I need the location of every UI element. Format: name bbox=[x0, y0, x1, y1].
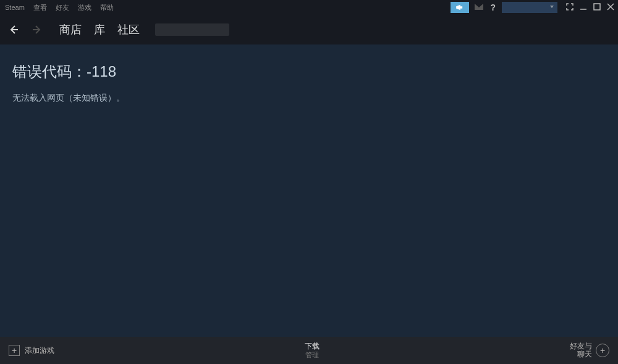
error-code-heading: 错误代码：-118 bbox=[12, 62, 606, 82]
menubar-right: ? bbox=[451, 0, 614, 15]
svg-rect-0 bbox=[594, 4, 600, 10]
error-message-text: 无法载入网页（未知错误）。 bbox=[12, 93, 606, 104]
fullscreen-button[interactable] bbox=[566, 3, 574, 12]
menu-steam[interactable]: Steam bbox=[5, 4, 25, 11]
chevron-down-icon bbox=[550, 6, 554, 8]
fullscreen-icon bbox=[566, 3, 574, 11]
content-area: 错误代码：-118 无法载入网页（未知错误）。 bbox=[0, 44, 618, 337]
menu-friends[interactable]: 好友 bbox=[56, 3, 69, 12]
minimize-icon bbox=[580, 3, 587, 11]
menu-view[interactable]: 查看 bbox=[33, 3, 47, 12]
nav-back-button[interactable] bbox=[6, 22, 21, 37]
arrow-left-icon bbox=[9, 25, 19, 35]
nav-tab-library[interactable]: 库 bbox=[94, 22, 105, 37]
announcement-button[interactable] bbox=[451, 2, 469, 13]
menubar-left: Steam 查看 好友 游戏 帮助 bbox=[5, 3, 114, 12]
downloads-label: 下载 bbox=[305, 342, 320, 350]
nav-forward-button[interactable] bbox=[30, 22, 44, 37]
menu-help[interactable]: 帮助 bbox=[100, 3, 114, 12]
friends-chat-button[interactable]: 好友与 聊天 + bbox=[570, 342, 609, 358]
friends-chat-label: 好友与 聊天 bbox=[570, 342, 592, 358]
user-dropdown[interactable] bbox=[502, 2, 557, 13]
help-button[interactable]: ? bbox=[489, 2, 497, 12]
megaphone-icon bbox=[455, 4, 464, 11]
nav-tab-community[interactable]: 社区 bbox=[117, 22, 140, 37]
plus-icon: + bbox=[9, 345, 20, 356]
navbar: 商店 库 社区 bbox=[0, 15, 618, 44]
envelope-icon bbox=[474, 3, 484, 11]
nav-tabs: 商店 库 社区 bbox=[59, 22, 229, 37]
window-controls bbox=[566, 3, 614, 12]
downloads-button[interactable]: 下载 管理 bbox=[305, 342, 320, 359]
circle-plus-icon: + bbox=[596, 344, 609, 357]
mail-button[interactable] bbox=[474, 3, 484, 12]
close-icon bbox=[607, 3, 614, 11]
menubar: Steam 查看 好友 游戏 帮助 ? bbox=[0, 0, 618, 15]
friends-chat-line2: 聊天 bbox=[570, 350, 592, 358]
maximize-icon bbox=[593, 3, 601, 11]
add-game-button[interactable]: + 添加游戏 bbox=[9, 345, 54, 356]
manage-label: 管理 bbox=[305, 351, 320, 359]
arrow-right-icon bbox=[32, 25, 42, 35]
nav-tab-profile[interactable] bbox=[155, 23, 229, 36]
menu-games[interactable]: 游戏 bbox=[78, 3, 91, 12]
add-game-label: 添加游戏 bbox=[25, 345, 54, 356]
footer: + 添加游戏 下载 管理 好友与 聊天 + bbox=[0, 337, 618, 364]
close-button[interactable] bbox=[607, 3, 614, 12]
nav-tab-store[interactable]: 商店 bbox=[59, 22, 82, 37]
maximize-button[interactable] bbox=[593, 3, 601, 12]
minimize-button[interactable] bbox=[580, 3, 587, 12]
